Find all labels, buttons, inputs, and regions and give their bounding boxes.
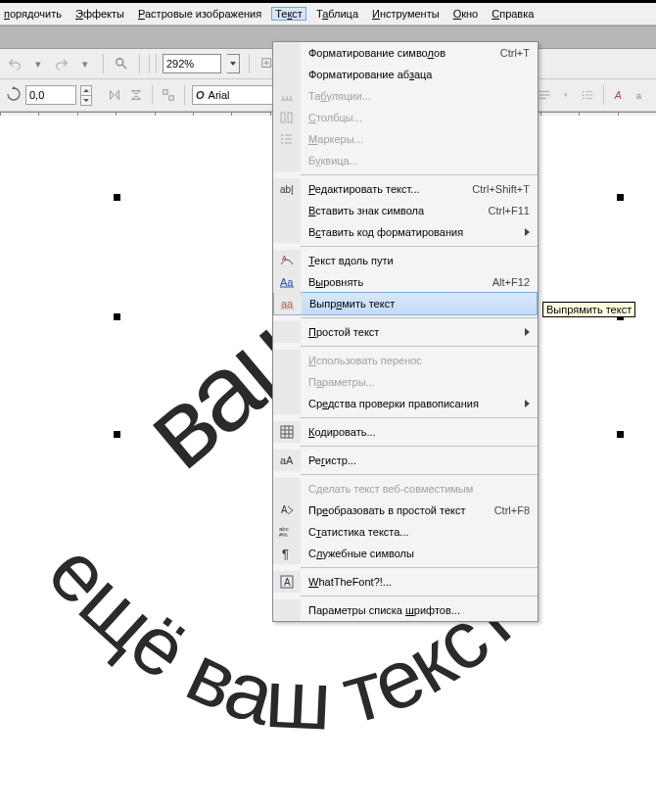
app-window: порядочитьЭффектыРастровые изображенияТе… <box>0 0 656 812</box>
menu-item[interactable]: AПреобразовать в простой текстCtrl+F8 <box>273 500 538 521</box>
menu-item-label: Форматирование символов <box>301 47 491 59</box>
menu-item-label: Параметры списка шрифтов... <box>301 604 530 616</box>
menu-item[interactable]: Параметры списка шрифтов... <box>273 599 538 621</box>
menu-item-label: Редактировать текст... <box>301 183 462 195</box>
menu-item[interactable]: Вставить код форматирования <box>273 221 538 243</box>
blank-icon <box>273 64 301 85</box>
menu-item-label: Выпрямить текст <box>302 298 529 310</box>
redo-dropdown-icon[interactable]: ▾ <box>76 55 94 72</box>
selection-handle[interactable] <box>617 194 624 201</box>
menu-separator <box>301 174 538 175</box>
redo-icon[interactable] <box>53 55 70 72</box>
separator <box>139 54 140 73</box>
menu-item: Сделать текст веб-совместимым <box>273 478 538 500</box>
zoom-input[interactable]: 292% <box>163 54 221 73</box>
menu-item[interactable]: aaВыпрямить текст <box>273 292 538 315</box>
undo-icon[interactable] <box>6 55 23 72</box>
mirror-h-icon[interactable] <box>106 86 123 104</box>
find-icon[interactable] <box>113 55 130 72</box>
zoom-dropdown[interactable] <box>227 54 240 73</box>
menu-item[interactable]: Инструменты <box>372 8 440 20</box>
menu-item[interactable]: ab|Редактировать текст...Ctrl+Shift+T <box>273 178 538 200</box>
blank-icon <box>273 371 301 393</box>
char-format-icon[interactable]: A <box>611 86 629 104</box>
menu-item[interactable]: Простой текст <box>273 321 538 343</box>
menu-item[interactable]: Вставить знак символаCtrl+F11 <box>273 200 538 221</box>
tabs-icon <box>273 85 301 107</box>
menu-item[interactable]: порядочить <box>4 8 62 20</box>
menu-item-label: Маркеры... <box>301 133 530 145</box>
submenu-arrow-icon <box>525 400 530 407</box>
menu-item[interactable]: Окно <box>453 8 479 20</box>
svg-point-20 <box>281 134 283 136</box>
align-icon[interactable] <box>160 86 177 104</box>
svg-point-24 <box>281 142 283 144</box>
menu-item[interactable]: Кодировать... <box>273 421 538 443</box>
menu-bar[interactable]: порядочитьЭффектыРастровые изображенияТе… <box>0 3 656 25</box>
menu-item[interactable]: Справка <box>492 8 534 20</box>
menu-item[interactable]: Текст <box>271 7 306 21</box>
submenu-arrow-icon <box>525 228 530 236</box>
menu-item: Буквица... <box>273 150 538 171</box>
text-menu-dropdown[interactable]: Форматирование символовCtrl+TФорматирова… <box>272 41 539 622</box>
svg-text:¶: ¶ <box>282 547 289 561</box>
svg-rect-19 <box>288 113 292 122</box>
align-icon: Aa <box>273 271 301 293</box>
svg-point-22 <box>281 138 283 140</box>
menu-item: Столбцы... <box>273 107 538 128</box>
svg-text:aA: aA <box>280 454 294 466</box>
blank-icon <box>273 350 301 371</box>
bullets-icon[interactable] <box>579 86 596 104</box>
blank-icon <box>273 393 301 414</box>
menu-item[interactable]: Форматирование символовCtrl+T <box>273 42 538 64</box>
menu-item-label: Текст вдоль пути <box>301 255 530 266</box>
svg-rect-6 <box>169 96 173 100</box>
toolbar-grip[interactable] <box>149 54 157 73</box>
menu-item: Параметры... <box>273 371 538 393</box>
svg-point-12 <box>583 94 585 96</box>
undo-dropdown-icon[interactable]: ▾ <box>29 55 47 72</box>
para-format-icon[interactable]: a <box>633 86 650 104</box>
menu-item-label: Кодировать... <box>301 426 530 438</box>
mirror-v-icon[interactable] <box>127 86 145 104</box>
rotation-input[interactable]: 0,0 <box>25 85 76 105</box>
menu-item[interactable]: ¶Служебные символы <box>273 543 538 564</box>
tooltip: Выпрямить текст <box>542 302 635 317</box>
menu-item[interactable]: Эффекты <box>75 8 124 20</box>
selection-handle[interactable] <box>617 431 624 438</box>
menu-item[interactable]: abc#%Статистика текста... <box>273 521 538 543</box>
menu-item[interactable]: aAРегистр... <box>273 450 538 471</box>
menu-item[interactable]: Форматирование абзаца <box>273 64 538 85</box>
path-icon: A <box>273 250 301 271</box>
rotation-spinner[interactable] <box>80 85 92 106</box>
svg-text:A: A <box>284 577 291 588</box>
menu-item-label: Статистика текста... <box>301 526 530 538</box>
menu-separator <box>301 417 538 418</box>
rotation-value: 0,0 <box>29 89 44 101</box>
justify-dropdown-icon[interactable]: ▾ <box>557 86 575 104</box>
menu-separator <box>301 567 538 568</box>
font-preview-icon: O <box>196 89 205 101</box>
font-select[interactable]: OArial <box>192 85 278 105</box>
svg-text:ab|: ab| <box>280 184 294 195</box>
menu-item[interactable]: AaВыровнятьAlt+F12 <box>273 271 538 293</box>
menu-item[interactable]: Таблица <box>316 8 358 20</box>
svg-line-1 <box>122 65 126 69</box>
svg-point-0 <box>117 59 123 66</box>
selection-handle[interactable] <box>114 431 120 438</box>
menu-shortcut: Ctrl+T <box>491 47 530 59</box>
selection-handle[interactable] <box>114 194 120 201</box>
menu-item-label: Использовать перенос <box>301 355 530 366</box>
menu-item[interactable]: AТекст вдоль пути <box>273 250 538 271</box>
svg-text:A: A <box>282 255 287 262</box>
menu-item-label: Преобразовать в простой текст <box>301 504 485 516</box>
menu-item[interactable]: AWhatTheFont?!... <box>273 571 538 593</box>
menu-item[interactable]: Средства проверки правописания <box>273 393 538 414</box>
encode-icon <box>273 421 301 443</box>
menu-shortcut: Ctrl+F8 <box>485 504 530 516</box>
menu-item[interactable]: Растровые изображения <box>138 8 261 20</box>
menu-item: Использовать перенос <box>273 350 538 371</box>
selection-handle[interactable] <box>114 313 120 320</box>
wtf-icon: A <box>273 571 301 593</box>
menu-separator <box>301 346 538 347</box>
